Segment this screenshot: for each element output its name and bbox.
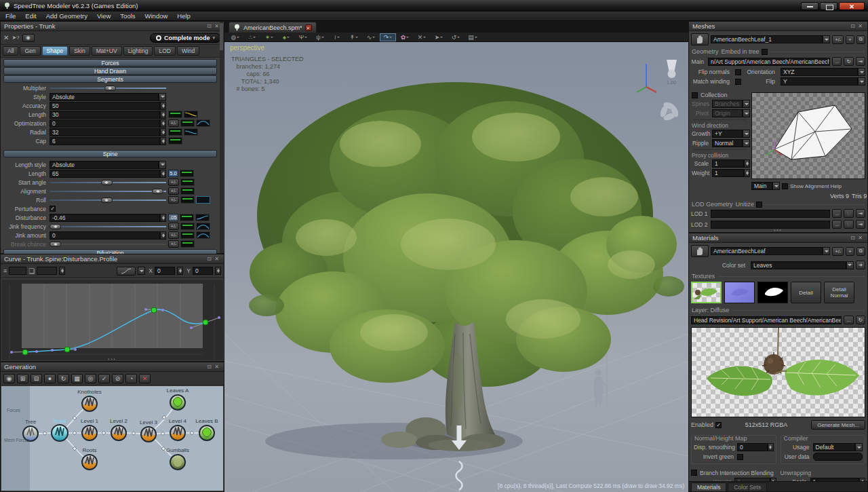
usage-select[interactable]: Default bbox=[813, 443, 863, 451]
match-winding-checkbox[interactable] bbox=[735, 79, 741, 85]
tab-shape[interactable]: Shape bbox=[42, 46, 68, 56]
pan-icon[interactable]: ❏ bbox=[28, 267, 35, 275]
node-label-gumballs[interactable]: Gumballs bbox=[166, 447, 189, 453]
disp-smoothing-input[interactable]: 0 bbox=[737, 443, 768, 451]
lock-icon[interactable]: ⊘ bbox=[112, 374, 123, 383]
spine-length-stepper[interactable] bbox=[160, 170, 166, 178]
tab-lod[interactable]: LOD bbox=[154, 46, 175, 56]
node-tool-icon[interactable]: ∴ bbox=[244, 33, 260, 41]
tab-all[interactable]: All bbox=[3, 46, 18, 56]
dock-icon[interactable] bbox=[205, 364, 213, 370]
disturbance-curve-widget[interactable] bbox=[195, 214, 210, 221]
disturbance-variance-widget[interactable] bbox=[180, 214, 194, 221]
invert-green-checkbox[interactable] bbox=[737, 454, 743, 460]
blade-tool-icon[interactable]: ♠ bbox=[278, 33, 294, 41]
disturbance-stepper[interactable] bbox=[160, 214, 166, 222]
lod1-browse-button[interactable]: ... bbox=[832, 209, 842, 218]
x-stepper[interactable] bbox=[177, 267, 183, 275]
flip-select[interactable]: Y bbox=[781, 77, 865, 86]
start-angle-slider[interactable] bbox=[50, 178, 166, 187]
length-curve-widget[interactable] bbox=[184, 111, 198, 118]
menu-file[interactable]: File bbox=[5, 12, 16, 20]
normal-thumbnail[interactable] bbox=[724, 282, 755, 303]
remove-generator-icon[interactable]: ⊟ bbox=[31, 374, 42, 383]
dock-icon[interactable] bbox=[205, 23, 213, 29]
diffuse-thumbnail[interactable] bbox=[691, 282, 722, 303]
history-icon[interactable]: ◔ bbox=[125, 374, 137, 383]
texture-preview[interactable] bbox=[691, 327, 865, 417]
section-spine[interactable]: Spine bbox=[3, 150, 217, 157]
add-mesh-button[interactable]: + bbox=[846, 35, 854, 44]
tab-lighting[interactable]: Lighting bbox=[123, 46, 153, 56]
color-set-select[interactable]: Leaves bbox=[751, 261, 854, 269]
spine-length-variance-badge[interactable]: 5.0 bbox=[168, 170, 178, 177]
close-panel-icon[interactable] bbox=[213, 364, 220, 370]
section-hand-drawn[interactable]: Hand Drawn bbox=[3, 67, 217, 75]
diffuse-browse-button[interactable]: ... bbox=[844, 316, 853, 324]
cap-stepper[interactable] bbox=[160, 137, 166, 145]
node-label-tree[interactable]: Tree bbox=[25, 419, 37, 425]
flower-tool-icon[interactable]: ✿ bbox=[397, 33, 413, 41]
roll-slider[interactable] bbox=[50, 196, 166, 204]
preview-mode-select[interactable]: Main bbox=[751, 182, 780, 190]
user-data-input[interactable] bbox=[813, 453, 863, 461]
mesh-select[interactable]: AmericanBeechLeaf_1 bbox=[711, 35, 830, 43]
jink-frequency-slider[interactable] bbox=[50, 223, 166, 231]
menu-window[interactable]: Window bbox=[145, 12, 168, 20]
optimization-stepper[interactable] bbox=[160, 119, 166, 128]
curve-value-input[interactable] bbox=[37, 267, 57, 275]
copy-material-button[interactable]: ⧉ bbox=[856, 247, 865, 256]
detail-normal-button[interactable]: Detail Normal bbox=[824, 282, 854, 303]
node-label-trunk[interactable]: Trunk bbox=[53, 418, 67, 424]
mode-button[interactable]: Complete mode▾ bbox=[150, 33, 221, 43]
flip-normals-checkbox[interactable] bbox=[735, 69, 741, 75]
rock-tool-icon[interactable]: ◍ bbox=[227, 33, 243, 41]
undo-history-icon[interactable]: ↺ bbox=[448, 33, 464, 41]
jink-amount-input[interactable]: 0 bbox=[50, 231, 160, 240]
tab-wind[interactable]: Wind bbox=[177, 46, 199, 56]
cap-variance-widget[interactable] bbox=[168, 137, 182, 145]
board-tool-icon[interactable]: ▤ bbox=[465, 33, 481, 41]
drag-material-button[interactable] bbox=[691, 245, 709, 257]
accuracy-input[interactable]: 50 bbox=[50, 102, 160, 110]
forces-tool-icon[interactable]: ✕ bbox=[414, 33, 430, 41]
length-stepper[interactable] bbox=[160, 111, 166, 119]
lod1-path-field[interactable] bbox=[711, 210, 830, 218]
document-tab[interactable]: AmericanBeech.spm* ✕ bbox=[229, 22, 317, 33]
break-chance-slider[interactable] bbox=[50, 240, 166, 248]
axis-gizmo[interactable]: 1.00 bbox=[635, 52, 684, 130]
node-label-level1[interactable]: Level 1 bbox=[81, 418, 98, 424]
menu-edit[interactable]: Edit bbox=[25, 12, 36, 20]
material-variance-button[interactable]: +/- bbox=[832, 247, 844, 256]
show-alignment-checkbox[interactable] bbox=[782, 183, 788, 189]
start-angle-variance-button[interactable]: +/- bbox=[168, 178, 179, 186]
lod1-reload-icon[interactable]: ↻ bbox=[844, 209, 853, 218]
jink-amount-variance-widget[interactable] bbox=[180, 231, 195, 239]
generation-graph[interactable]: Forces Mesh Forces bbox=[1, 386, 223, 491]
section-segments[interactable]: Segments bbox=[3, 75, 217, 83]
radial-curve-widget[interactable] bbox=[184, 128, 198, 136]
tab-gen[interactable]: Gen bbox=[20, 46, 40, 56]
perturbance-checkbox[interactable] bbox=[50, 206, 56, 212]
curve-editor-canvas[interactable] bbox=[1, 280, 223, 360]
style-select[interactable]: Absolute bbox=[50, 93, 166, 101]
disp-smoothing-stepper[interactable] bbox=[768, 443, 774, 451]
spine-length-variance-widget[interactable] bbox=[180, 170, 194, 177]
length-input[interactable]: 30 bbox=[50, 111, 160, 119]
camera-label[interactable]: perspective bbox=[230, 44, 264, 52]
weight-input[interactable]: 1 bbox=[712, 169, 744, 177]
direction-tool-icon[interactable]: ➤ bbox=[431, 33, 447, 41]
panel-splitter[interactable] bbox=[1, 249, 224, 253]
curve-list-icon[interactable]: ≡ bbox=[3, 267, 7, 274]
diffuse-reload-icon[interactable]: ↻ bbox=[856, 316, 865, 324]
orientation-select[interactable]: XYZ bbox=[781, 68, 865, 76]
sphere-icon[interactable]: ● bbox=[44, 374, 56, 383]
main-path-field[interactable]: n/Art Support/American Beech/AmericanBee… bbox=[708, 58, 830, 66]
curve-type-button[interactable] bbox=[117, 267, 136, 276]
node-label-leaves-a[interactable]: Leaves A bbox=[167, 387, 190, 394]
node-label-roots[interactable]: Roots bbox=[83, 447, 97, 453]
tab-materials[interactable]: Materials bbox=[691, 482, 726, 491]
menu-tools[interactable]: Tools bbox=[120, 12, 135, 20]
pivot-select[interactable]: Origin bbox=[712, 109, 750, 117]
maximize-button[interactable] bbox=[820, 2, 837, 10]
